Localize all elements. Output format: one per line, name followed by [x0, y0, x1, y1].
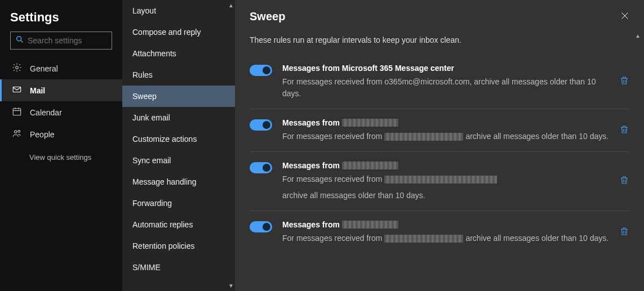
rule-content: Messages fromFor messages received froma…: [282, 118, 609, 142]
svg-point-0: [17, 37, 21, 41]
submenu-item-rules[interactable]: Rules: [122, 64, 235, 86]
redacted-text: [342, 221, 398, 229]
rule-content: Messages from Microsoft 365 Message cent…: [282, 64, 609, 100]
rule-description: For messages received from o365mc@micros…: [282, 76, 609, 100]
svg-rect-3: [13, 87, 21, 92]
svg-point-2: [16, 66, 19, 69]
nav-mail[interactable]: Mail: [0, 79, 122, 101]
rule-title: Messages from Microsoft 365 Message cent…: [282, 64, 609, 73]
close-button[interactable]: [620, 11, 629, 23]
main-body: These rules run at regular intervals to …: [235, 28, 644, 291]
nav-people[interactable]: People: [0, 123, 122, 145]
scroll-up-icon[interactable]: ▲: [228, 2, 234, 8]
search-box[interactable]: [10, 32, 112, 50]
nav-general[interactable]: General: [0, 57, 122, 79]
delete-rule-button[interactable]: [619, 124, 629, 137]
submenu-item-layout[interactable]: Layout: [122, 0, 235, 21]
redacted-text: [384, 176, 497, 183]
page-description: These rules run at regular intervals to …: [250, 28, 629, 55]
nav-label: General: [30, 64, 58, 73]
redacted-text: [342, 162, 398, 169]
nav-label: Calendar: [30, 108, 62, 117]
submenu-item-customize-actions[interactable]: Customize actions: [122, 128, 235, 150]
rule-toggle[interactable]: [250, 221, 272, 232]
calendar-icon: [12, 106, 22, 118]
submenu-item-message-handling[interactable]: Message handling: [122, 171, 235, 192]
submenu-item-automatic-replies[interactable]: Automatic replies: [122, 214, 235, 235]
redacted-text: [384, 235, 463, 243]
settings-sidebar: Settings General Mail Calendar People Vi…: [0, 0, 122, 291]
svg-point-9: [18, 130, 20, 132]
rule-description: For messages received fromarchive all me…: [282, 232, 609, 244]
rule-toggle[interactable]: [250, 65, 272, 76]
people-icon: [12, 128, 22, 140]
settings-title: Settings: [0, 10, 122, 32]
envelope-icon: [12, 84, 22, 96]
redacted-text: [384, 133, 463, 141]
scroll-down-icon[interactable]: ▼: [228, 283, 234, 289]
main-panel: Sweep ▲ These rules run at regular inter…: [235, 0, 644, 291]
rule-title: Messages from: [282, 220, 609, 229]
svg-point-8: [15, 131, 17, 133]
submenu-item-forwarding[interactable]: Forwarding: [122, 192, 235, 214]
rule-description: For messages received fromarchive all me…: [282, 131, 609, 142]
delete-rule-button[interactable]: [619, 175, 629, 187]
quick-settings-link[interactable]: View quick settings: [0, 145, 122, 169]
sweep-rule: Messages from Microsoft 365 Message cent…: [250, 55, 629, 109]
rule-description: For messages received fromarchive all me…: [282, 173, 609, 202]
submenu-item-sync-email[interactable]: Sync email: [122, 150, 235, 171]
main-header: Sweep: [235, 0, 644, 28]
sweep-rule: Messages fromFor messages received froma…: [250, 152, 629, 211]
submenu-item-s/mime[interactable]: S/MIME: [122, 257, 235, 278]
submenu-item-attachments[interactable]: Attachments: [122, 43, 235, 64]
rule-title: Messages from: [282, 118, 609, 127]
svg-rect-4: [13, 109, 21, 115]
submenu-item-junk-email[interactable]: Junk email: [122, 107, 235, 128]
rule-toggle[interactable]: [250, 162, 272, 173]
svg-line-1: [21, 41, 23, 42]
nav-label: Mail: [30, 86, 45, 95]
submenu-item-sweep[interactable]: Sweep: [122, 86, 235, 107]
rule-content: Messages fromFor messages received froma…: [282, 220, 609, 244]
rule-toggle[interactable]: [250, 119, 272, 131]
sweep-rule: Messages fromFor messages received froma…: [250, 211, 629, 253]
submenu-panel: ▲ LayoutCompose and replyAttachmentsRule…: [122, 0, 235, 291]
delete-rule-button[interactable]: [619, 75, 629, 88]
nav-label: People: [30, 130, 55, 139]
delete-rule-button[interactable]: [619, 226, 629, 239]
submenu-item-compose-and-reply[interactable]: Compose and reply: [122, 21, 235, 43]
search-icon: [15, 35, 24, 46]
nav-calendar[interactable]: Calendar: [0, 101, 122, 123]
submenu-item-retention-policies[interactable]: Retention policies: [122, 235, 235, 257]
redacted-text: [342, 119, 398, 127]
rule-content: Messages fromFor messages received froma…: [282, 161, 609, 202]
search-input[interactable]: [28, 36, 126, 45]
rule-title: Messages from: [282, 161, 609, 170]
gear-icon: [12, 62, 22, 74]
page-title: Sweep: [250, 10, 285, 23]
sweep-rule: Messages fromFor messages received froma…: [250, 109, 629, 152]
